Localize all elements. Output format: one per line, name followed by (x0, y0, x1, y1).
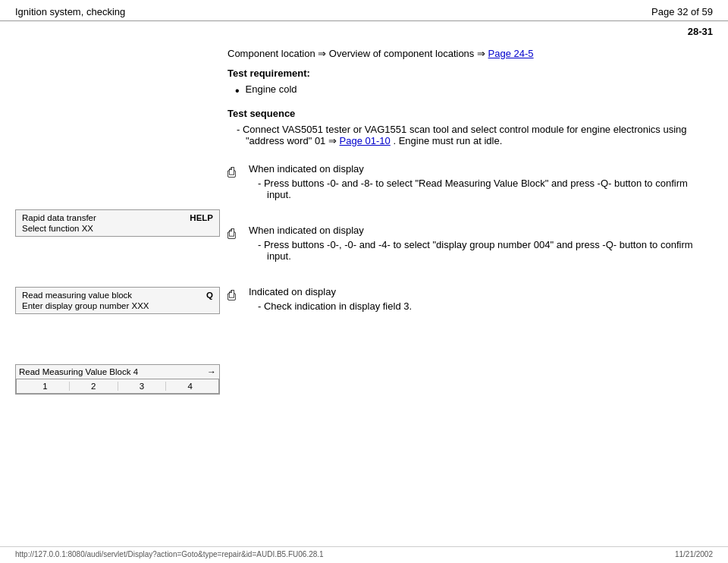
screen1-row1-label: Rapid data transfer (22, 213, 96, 222)
screen2-row2-label: Enter display group number XXX (22, 301, 213, 310)
page-header: Ignition system, checking Page 32 of 59 (0, 0, 728, 21)
arrow1-dash: - Press buttons -0- and -8- to select "R… (258, 178, 713, 200)
left-column: Rapid data transfer HELP Select function… (0, 46, 220, 399)
arrow2-label: When indicated on display (249, 225, 713, 236)
page-title: Ignition system, checking (15, 6, 125, 17)
screen3-col4: 4 (166, 382, 214, 391)
arrow-icon-3: ⎙ (228, 288, 243, 304)
arrow-block-1: ⎙ When indicated on display - Press butt… (228, 163, 713, 203)
screen3-arrow-icon: → (207, 366, 216, 377)
screen1-row1-value: HELP (190, 213, 213, 222)
screen-box-2: Read measuring value block Q Enter displ… (15, 287, 220, 314)
screen3-col3: 3 (118, 382, 167, 391)
page-info: Page 32 of 59 (651, 6, 713, 17)
screen3-col2: 2 (70, 382, 118, 391)
page-footer: http://127.0.0.1:8080/audi/servlet/Displ… (0, 546, 728, 558)
arrow2-dash: - Press buttons -0-, -0- and -4- to sele… (258, 239, 713, 262)
arrow-text-3: Indicated on display - Check indication … (249, 286, 713, 315)
screen3-col1: 1 (21, 382, 70, 391)
arrow-text-2: When indicated on display - Press button… (249, 225, 713, 265)
arrow-block-2: ⎙ When indicated on display - Press butt… (228, 225, 713, 265)
footer-url: http://127.0.0.1:8080/audi/servlet/Displ… (15, 550, 324, 558)
arrow3-label: Indicated on display (249, 286, 713, 297)
screen-box-3: Read Measuring Value Block 4 → 1 2 3 4 (15, 364, 220, 395)
screen2-row1-label: Read measuring value block (22, 291, 132, 300)
test-requirement-bullet1: • Engine cold (235, 83, 713, 99)
arrow-icon-2: ⎙ (228, 226, 243, 242)
component-location-link[interactable]: Page 24-5 (488, 48, 534, 59)
bullet1-text: Engine cold (246, 83, 297, 95)
screen-box-1: Rapid data transfer HELP Select function… (15, 209, 220, 237)
arrow1-label: When indicated on display (249, 163, 713, 175)
test-sequence-title: Test sequence (228, 108, 713, 119)
bullet-icon: • (235, 83, 240, 99)
test-requirement-title: Test requirement: (228, 68, 713, 79)
section-number: 28-31 (0, 21, 728, 39)
arrow-icon-1: ⎙ (228, 165, 243, 181)
arrow-text-1: When indicated on display - Press button… (249, 163, 713, 203)
screen1-row2-label: Select function XX (22, 224, 213, 233)
arrow-block-3: ⎙ Indicated on display - Check indicatio… (228, 286, 713, 315)
component-location-text: Component location ⇒ Overview of compone… (228, 46, 713, 61)
screen3-grid: 1 2 3 4 (16, 379, 219, 394)
screen3-header-label: Read Measuring Value Block 4 (19, 367, 138, 376)
screen3-header: Read Measuring Value Block 4 → (16, 365, 219, 379)
arrow3-dash: - Check indication in display field 3. (258, 300, 713, 312)
test-sequence-step1: - Connect VAS5051 tester or VAG1551 scan… (237, 124, 713, 146)
right-column: Component location ⇒ Overview of compone… (220, 46, 728, 399)
screen2-row1-value: Q (206, 291, 213, 300)
main-content: Rapid data transfer HELP Select function… (0, 39, 728, 399)
step1-link[interactable]: Page 01-10 (340, 135, 391, 146)
footer-date: 11/21/2002 (675, 550, 713, 558)
